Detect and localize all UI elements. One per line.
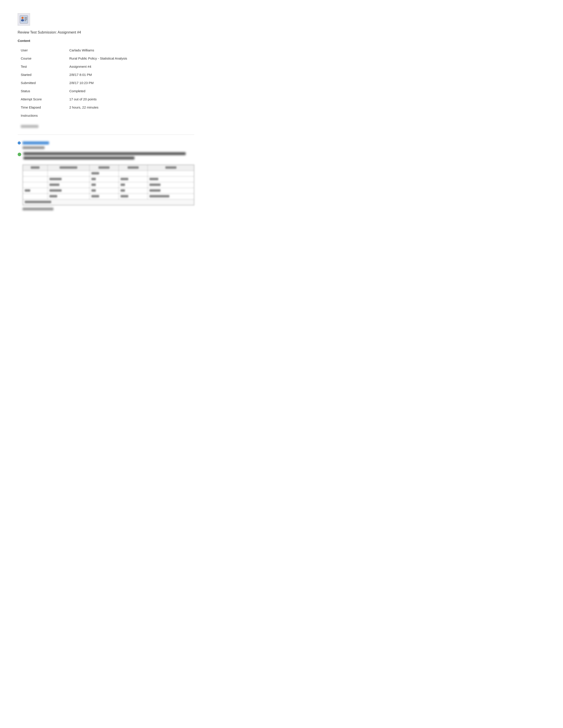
info-row-2: TestAssignment #4 (18, 62, 194, 71)
info-table: UserCarladu WilliamsCourseRural Public P… (18, 46, 194, 120)
data-table (23, 165, 194, 205)
field-label-5: Status (18, 87, 66, 95)
field-label-3: Started (18, 71, 66, 79)
data-table-wrapper (23, 165, 194, 205)
question-label (23, 141, 49, 144)
field-label-7: Time Elapsed (18, 103, 66, 111)
field-value-7: 2 hours, 22 minutes (66, 103, 194, 111)
svg-rect-5 (24, 19, 27, 20)
field-value-5: Completed (66, 87, 194, 95)
field-label-0: User (18, 46, 66, 54)
correct-answer-icon (18, 153, 21, 156)
info-row-5: StatusCompleted (18, 87, 194, 95)
info-row-1: CourseRural Public Policy - Statistical … (18, 54, 194, 62)
svg-rect-4 (24, 18, 27, 19)
info-row-4: Submitted2/8/17 10:23 PM (18, 79, 194, 87)
section-label: Content (18, 39, 194, 43)
svg-rect-6 (24, 21, 26, 21)
page-icon (18, 13, 30, 26)
field-value-1: Rural Public Policy - Statistical Analys… (66, 54, 194, 62)
info-row-3: Started2/8/17 8:01 PM (18, 71, 194, 79)
field-label-8: Instructions (18, 111, 66, 120)
field-value-2: Assignment #4 (66, 62, 194, 71)
instructions-blurred (21, 125, 194, 128)
answer-score (23, 208, 53, 210)
question-body (18, 152, 194, 161)
info-row-7: Time Elapsed2 hours, 22 minutes (18, 103, 194, 111)
field-value-6: 17 out of 20 points (66, 95, 194, 103)
field-label-1: Course (18, 54, 66, 62)
field-value-0: Carladu Williams (66, 46, 194, 54)
question-points (23, 146, 45, 149)
svg-point-1 (21, 17, 24, 19)
field-value-4: 2/8/17 10:23 PM (66, 79, 194, 87)
info-row-6: Attempt Score17 out of 20 points (18, 95, 194, 103)
info-row-0: UserCarladu Williams (18, 46, 194, 54)
page-title: Review Test Submission: Assignment #4 (18, 30, 194, 34)
question-dot-icon (18, 141, 21, 144)
svg-rect-3 (24, 17, 27, 18)
field-label-2: Test (18, 62, 66, 71)
question-section (18, 141, 194, 210)
field-label-6: Attempt Score (18, 95, 66, 103)
question-header (18, 141, 194, 144)
field-value-8 (66, 111, 194, 120)
question-text (23, 152, 194, 161)
info-row-8: Instructions (18, 111, 194, 120)
svg-point-2 (21, 19, 24, 21)
field-label-4: Submitted (18, 79, 66, 87)
field-value-3: 2/8/17 8:01 PM (66, 71, 194, 79)
